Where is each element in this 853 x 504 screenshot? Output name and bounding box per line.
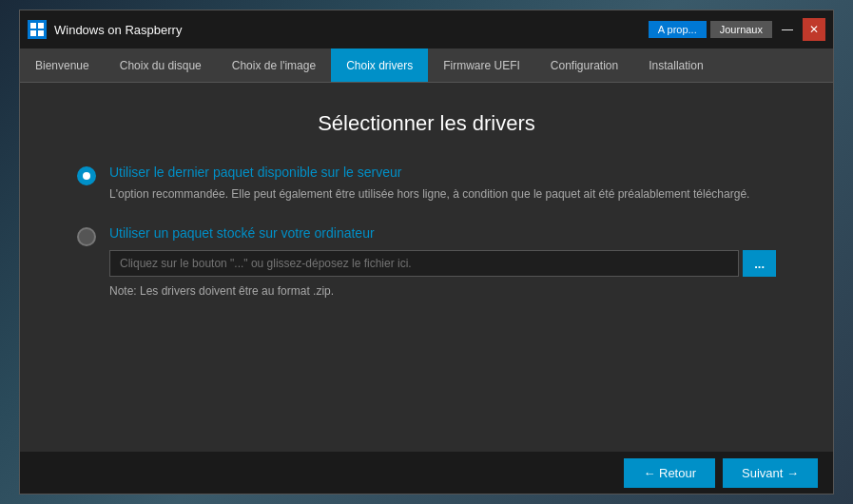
tab-choix-image[interactable]: Choix de l'image	[217, 48, 331, 82]
tab-firmware-uefi[interactable]: Firmware UEFI	[428, 48, 535, 82]
back-button[interactable]: ← Retour	[624, 458, 715, 488]
browse-button[interactable]: ...	[743, 250, 776, 277]
svg-rect-3	[38, 30, 44, 36]
main-content: Sélectionner les drivers Utiliser le der…	[20, 83, 833, 452]
navigation-tabs: Bienvenue Choix du disque Choix de l'ima…	[20, 48, 833, 83]
note-text: Note: Les drivers doivent être au format…	[109, 284, 776, 298]
file-input-row: ...	[109, 250, 776, 277]
option2-content: Utiliser un paquet stocké sur votre ordi…	[109, 225, 776, 298]
svg-rect-1	[38, 23, 44, 29]
tab-configuration[interactable]: Configuration	[535, 48, 633, 82]
option1-desc: L'option recommandée. Elle peut égalemen…	[109, 185, 776, 203]
next-button[interactable]: Suivant →	[723, 458, 818, 488]
footer: ← Retour Suivant →	[20, 452, 833, 494]
option1-title[interactable]: Utiliser le dernier paquet disponible su…	[109, 165, 776, 180]
page-title: Sélectionner les drivers	[77, 111, 776, 136]
title-bar-controls: A prop... Journaux — ✕	[649, 18, 825, 41]
app-icon	[28, 20, 47, 39]
main-window: Windows on Raspberry A prop... Journaux …	[19, 10, 834, 494]
tab-installation[interactable]: Installation	[633, 48, 718, 82]
option-1: Utiliser le dernier paquet disponible su…	[77, 165, 776, 203]
option2-title[interactable]: Utiliser un paquet stocké sur votre ordi…	[109, 225, 776, 241]
minimize-button[interactable]: —	[776, 18, 799, 41]
window-title: Windows on Raspberry	[54, 23, 641, 37]
title-bar: Windows on Raspberry A prop... Journaux …	[20, 10, 833, 48]
file-path-input[interactable]	[109, 250, 739, 277]
apropos-button[interactable]: A prop...	[649, 21, 707, 38]
option-2: Utiliser un paquet stocké sur votre ordi…	[77, 225, 776, 298]
radio-option2[interactable]	[77, 227, 96, 246]
journaux-button[interactable]: Journaux	[710, 21, 772, 38]
close-button[interactable]: ✕	[803, 18, 825, 41]
svg-rect-0	[30, 23, 36, 29]
option1-content: Utiliser le dernier paquet disponible su…	[109, 165, 776, 203]
tab-choix-disque[interactable]: Choix du disque	[105, 48, 217, 82]
svg-rect-2	[30, 30, 36, 36]
tab-bienvenue[interactable]: Bienvenue	[20, 48, 105, 82]
radio-option1[interactable]	[77, 166, 96, 185]
tab-choix-drivers[interactable]: Choix drivers	[331, 48, 428, 82]
